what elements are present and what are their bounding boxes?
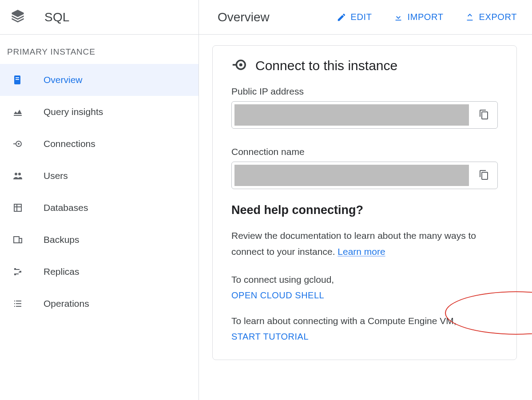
sidebar-item-replicas[interactable]: Replicas [0, 256, 199, 288]
sidebar-item-label: Overview [44, 75, 83, 85]
copy-icon [479, 170, 489, 180]
sidebar-item-query-insights[interactable]: Query insights [0, 96, 199, 128]
import-icon [393, 12, 403, 22]
main-header: Overview EDIT IMPORT EXPORT [199, 0, 532, 35]
sidebar-header: SQL [0, 0, 199, 35]
backups-icon [12, 234, 25, 245]
page-title: Overview [218, 10, 315, 24]
sidebar-item-backups[interactable]: Backups [0, 224, 199, 256]
replicas-icon [12, 266, 25, 277]
copy-icon [479, 109, 489, 120]
connection-name-label: Connection name [231, 147, 498, 157]
svg-point-7 [239, 63, 242, 66]
sidebar-item-label: Connections [44, 139, 95, 149]
svg-point-0 [18, 143, 20, 145]
sidebar-item-databases[interactable]: Databases [0, 192, 199, 224]
connect-icon [231, 57, 246, 74]
public-ip-field [231, 101, 498, 129]
sidebar-section-label: PRIMARY INSTANCE [0, 35, 199, 64]
sidebar-item-label: Users [44, 170, 68, 181]
help-text: Review the documentation to learn about … [231, 228, 498, 259]
connect-card: Connect to this instance Public IP addre… [212, 45, 517, 360]
connection-name-field [231, 162, 498, 189]
edit-icon [337, 12, 346, 22]
export-button[interactable]: EXPORT [465, 12, 517, 22]
sidebar-item-connections[interactable]: Connections [0, 128, 199, 160]
gcloud-intro: To connect using gcloud, [231, 272, 498, 288]
import-button[interactable]: IMPORT [393, 12, 444, 22]
public-ip-value [234, 104, 469, 126]
sidebar-item-operations[interactable]: Operations [0, 288, 199, 320]
svg-point-2 [18, 173, 21, 175]
main: Overview EDIT IMPORT EXPORT Connect [199, 0, 532, 400]
sql-logo-icon [10, 8, 26, 26]
svg-rect-4 [14, 237, 19, 243]
svg-point-1 [15, 173, 17, 175]
export-icon [465, 12, 475, 22]
connection-name-value [234, 165, 469, 186]
learn-more-link[interactable]: Learn more [337, 246, 385, 257]
sidebar-item-users[interactable]: Users [0, 160, 199, 192]
start-tutorial-button[interactable]: START TUTORIAL [231, 332, 309, 342]
public-ip-label: Public IP address [231, 86, 498, 97]
operations-icon [12, 298, 25, 309]
copy-public-ip-button[interactable] [479, 109, 489, 121]
databases-icon [12, 202, 25, 213]
sidebar-item-label: Operations [44, 298, 89, 309]
edit-button[interactable]: EDIT [337, 12, 372, 22]
sidebar-item-label: Databases [44, 202, 88, 213]
sidebar-item-label: Backups [44, 234, 79, 245]
edit-label: EDIT [351, 12, 372, 22]
connect-card-title: Connect to this instance [255, 58, 397, 73]
sidebar-item-label: Query insights [44, 107, 103, 117]
content: Connect to this instance Public IP addre… [199, 35, 532, 360]
insights-icon [12, 107, 25, 117]
overview-icon [12, 75, 25, 85]
export-label: EXPORT [479, 12, 517, 22]
open-cloud-shell-button[interactable]: OPEN CLOUD SHELL [231, 290, 324, 301]
product-title: SQL [44, 10, 70, 24]
sidebar-item-overview[interactable]: Overview [0, 64, 199, 96]
svg-rect-5 [19, 238, 22, 243]
gce-intro: To learn about connecting with a Compute… [231, 313, 498, 329]
sidebar: SQL PRIMARY INSTANCE Overview Query insi… [0, 0, 199, 400]
copy-connection-name-button[interactable] [479, 170, 489, 182]
sidebar-item-label: Replicas [44, 266, 79, 277]
sidebar-nav: Overview Query insights Connections User… [0, 64, 199, 320]
svg-rect-3 [14, 204, 21, 211]
users-icon [12, 170, 25, 181]
import-label: IMPORT [408, 12, 444, 22]
connections-icon [12, 139, 25, 149]
help-title: Need help connecting? [231, 203, 498, 217]
